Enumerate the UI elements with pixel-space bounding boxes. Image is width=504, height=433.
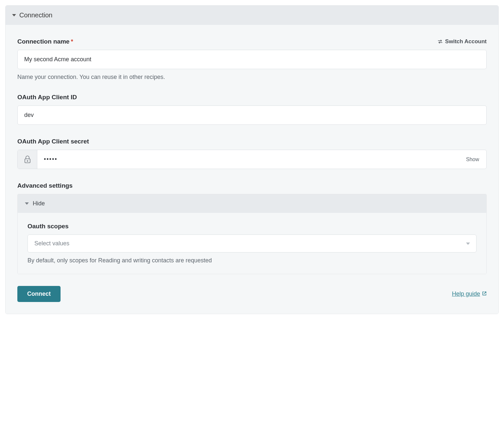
lock-icon <box>18 150 37 169</box>
client-secret-label: OAuth App Client secret <box>17 138 487 145</box>
oauth-scopes-select[interactable]: Select values <box>27 235 477 253</box>
svg-rect-1 <box>27 160 28 161</box>
advanced-toggle[interactable]: Hide <box>18 194 486 213</box>
switch-account-button[interactable]: Switch Account <box>438 38 487 45</box>
swap-icon <box>438 39 442 45</box>
connection-panel-header[interactable]: Connection <box>6 6 498 25</box>
help-guide-label: Help guide <box>452 291 480 297</box>
chevron-down-icon <box>466 242 470 245</box>
caret-down-icon <box>12 14 16 16</box>
external-link-icon <box>482 291 487 297</box>
connection-name-field: Connection name* Switch Account Name yo <box>17 38 487 81</box>
oauth-scopes-label: Oauth scopes <box>27 223 477 230</box>
show-secret-button[interactable]: Show <box>459 150 486 169</box>
advanced-settings-label: Advanced settings <box>17 182 487 189</box>
advanced-toggle-label: Hide <box>33 200 45 207</box>
connection-panel-body: Connection name* Switch Account Name yo <box>6 25 498 314</box>
required-indicator: * <box>71 38 73 45</box>
connection-panel: Connection Connection name* <box>5 5 499 314</box>
help-guide-link[interactable]: Help guide <box>452 291 487 297</box>
advanced-settings-section: Advanced settings Hide Oauth scopes Sele… <box>17 182 487 274</box>
connection-name-helper: Name your connection. You can reuse it i… <box>17 74 487 81</box>
client-secret-field: OAuth App Client secret Show <box>17 138 487 169</box>
caret-down-icon <box>25 202 29 205</box>
client-id-input[interactable] <box>17 105 487 125</box>
switch-account-label: Switch Account <box>445 38 487 45</box>
connection-name-label: Connection name <box>17 38 69 45</box>
client-id-field: OAuth App Client ID <box>17 94 487 125</box>
connection-name-input[interactable] <box>17 50 487 69</box>
client-secret-input[interactable] <box>37 150 459 169</box>
panel-title: Connection <box>19 11 52 19</box>
oauth-scopes-helper: By default, only scopes for Reading and … <box>27 257 477 264</box>
client-id-label: OAuth App Client ID <box>17 94 487 101</box>
connect-button[interactable]: Connect <box>17 286 61 302</box>
